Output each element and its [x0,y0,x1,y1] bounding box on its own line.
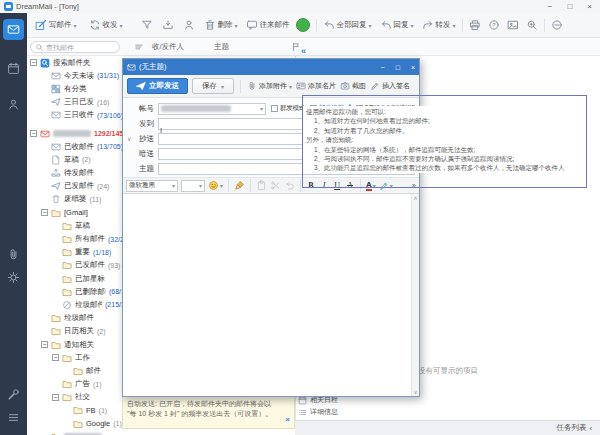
rail-mail-button[interactable] [0,19,27,40]
compose-minimize-button[interactable]: − [381,64,385,71]
detail-info-button[interactable]: 详细信息 [298,407,338,417]
font-color-button[interactable]: A ▾ [366,181,376,191]
forward-button[interactable]: 转发 ▾ [422,19,456,31]
folder-tree-item[interactable]: −[Gmail] [27,206,135,219]
folder-tree-item[interactable]: 草稿 [27,219,135,232]
folder-tree-item[interactable]: 垃圾邮件 [27,312,135,325]
folder-tree-item[interactable]: 邮件 [27,364,135,377]
font-size-select[interactable]: ▾ [181,180,205,192]
cut-icon[interactable] [270,180,281,191]
folder-tree-item[interactable]: 三日已发(16) [27,96,135,109]
folder-tree-item[interactable]: FB(1) [27,404,135,417]
mass-mode-option[interactable]: 群发模式 [271,104,305,113]
bold-button[interactable]: B [306,181,316,190]
highlight-button[interactable]: ▾ [379,181,393,191]
strikethrough-button[interactable]: A [345,181,355,190]
font-family-select[interactable]: 微软雅黑 ▾ [126,180,178,192]
folder-tree-item[interactable] [27,430,135,435]
folder-tree-item[interactable]: Google(1) [27,417,135,430]
folder-tree-item[interactable]: 有分类 [27,82,135,95]
zoom-button[interactable] [526,19,538,31]
reply-all-button[interactable]: 全部回复 ▾ [323,19,372,31]
format-painter-icon[interactable] [234,180,245,191]
folder-tree-item[interactable]: 已删除邮件(68/159) [27,285,135,298]
folder-tree-item[interactable]: −搜索邮件夹 [27,56,135,69]
filter-button[interactable] [141,19,153,31]
correspondence-button[interactable]: 往来邮件 [246,19,290,31]
contacts-button[interactable] [183,19,195,31]
rail-contacts-button[interactable] [0,98,27,111]
scroll-up-icon[interactable]: ∧ [413,195,417,201]
folder-tree-item[interactable]: 已收邮件(13/705) [27,140,135,153]
notification-close-icon[interactable]: × [285,415,290,425]
folder-tree-item[interactable]: 废纸篓(11) [27,193,135,206]
folder-tree-item[interactable]: −社交 [27,391,135,404]
rail-settings-button[interactable] [0,271,27,284]
screenshot-button[interactable]: 截图 [340,81,366,91]
sort-icon[interactable] [134,42,144,52]
column-subject[interactable]: 主题 [214,42,229,52]
reply-button[interactable]: 回复 ▾ [380,19,414,31]
save-button[interactable]: 保存 ▾ [192,78,234,94]
receive-button[interactable] [162,19,174,31]
minimize-button[interactable]: − [548,0,553,13]
task-list-label[interactable]: 任务列表 [557,423,587,433]
folder-tree-item[interactable]: 今天未读(31/31) [27,69,135,82]
search-input[interactable] [46,44,115,51]
emoji-button[interactable]: ▾ [208,180,223,191]
mass-mode-checkbox[interactable] [271,105,278,112]
rail-calendar-button[interactable] [0,62,27,75]
tree-expander-icon[interactable]: − [41,341,48,348]
send-receive-button[interactable]: 收发 ▾ [89,19,123,31]
close-button[interactable]: × [587,0,592,13]
folder-tree-item[interactable]: 三日收件(73/106) [27,109,135,122]
undo-icon[interactable] [284,180,295,191]
tree-expander-icon[interactable]: − [30,59,37,66]
folder-tree-item[interactable]: 广告(1) [27,378,135,391]
folder-tree-item[interactable]: 所有邮件(32/296) [27,232,135,245]
flag-column-icon[interactable] [291,42,301,52]
folder-tree-item[interactable]: 已发邮件(93) [27,259,135,272]
rail-menu-button[interactable] [0,411,27,424]
user-avatar[interactable] [296,18,310,32]
tree-expander-icon[interactable]: − [30,130,37,137]
folder-tree-item[interactable]: 已发邮件(24) [27,180,135,193]
underline-button[interactable]: U [332,181,342,190]
maximize-button[interactable]: □ [567,0,572,13]
add-card-button[interactable]: 添加名片 [296,81,336,91]
collapse-cc-icon[interactable]: ∨ [127,135,134,142]
rail-tools-button[interactable] [0,388,27,401]
folder-tree-item[interactable]: 垃圾邮件(215/377) [27,298,135,311]
rail-attachments-button[interactable] [0,248,27,261]
insert-image-button[interactable] [507,19,519,31]
account-select[interactable]: ▾ [158,103,266,115]
italic-button[interactable]: I [319,181,329,190]
send-now-button[interactable]: 立即发送 [127,78,188,94]
help-button[interactable]: ? [488,19,500,31]
collapse-pane-icon[interactable]: « [301,46,306,56]
paste-icon[interactable] [256,180,267,191]
insert-signature-button[interactable]: 插入签名 [370,81,410,91]
tree-expander-icon[interactable]: − [41,209,48,216]
delete-button[interactable]: 删除 ▾ [204,19,238,31]
folder-tree-item[interactable]: −1292/1451 [27,127,135,140]
search-box[interactable] [30,41,120,53]
add-attachment-button[interactable]: 添加附件 ▾ [247,81,292,91]
folder-tree-item[interactable]: 已加星标 [27,272,135,285]
folder-tree-item[interactable]: −通知相关 [27,338,135,351]
folder-tree-item[interactable]: 日历相关(2) [27,325,135,338]
body-scrollbar[interactable]: ∧ ∨ [411,194,419,396]
compose-mail-button[interactable]: 写邮件 ▾ [35,19,77,31]
print-button[interactable] [469,19,481,31]
more-tools-button[interactable]: » [412,182,416,189]
folder-tree-item[interactable]: −工作 [27,351,135,364]
folder-tree-item[interactable]: 草稿(2) [27,153,135,166]
folder-tree-item[interactable]: 待发邮件 [27,167,135,180]
tree-expander-icon[interactable]: − [52,354,59,361]
column-sender[interactable]: 收/发件人 [152,42,184,52]
tree-expander-icon[interactable]: − [52,394,59,401]
folder-tree-item[interactable]: 重要(1/18) [27,246,135,259]
compose-close-button[interactable]: × [411,64,415,71]
task-list-chevron[interactable]: ‹ [590,424,593,433]
scroll-down-icon[interactable]: ∨ [413,389,417,395]
